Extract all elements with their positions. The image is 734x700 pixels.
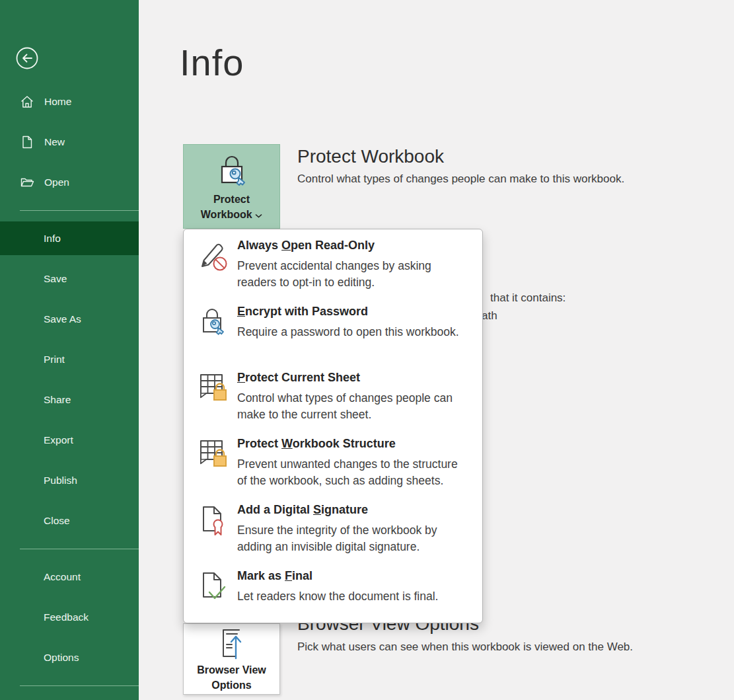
sidebar-item-open[interactable]: Open [0,168,139,197]
menu-item-title: Protect Current Sheet [237,371,360,385]
sidebar-item-save[interactable]: Save [0,262,139,295]
sidebar-item-label: Home [44,96,71,108]
document-up-arrow-icon [184,627,279,662]
document-ribbon-icon [198,504,229,537]
menu-item-mark-as-final[interactable]: Mark as Final Let readers know the docum… [197,568,474,631]
menu-item-description: Prevent unwanted changes to the structur… [237,456,467,489]
sidebar-item-close[interactable]: Close [0,504,139,537]
sheet-lock-icon [198,438,229,471]
menu-item-description: Require a password to open this workbook… [237,324,467,340]
back-button[interactable] [15,46,39,70]
sidebar-item-export[interactable]: Export [0,423,139,457]
inspect-workbook-text-fragment: ath [482,309,497,323]
protect-workbook-button-label: Protect Workbook [184,192,279,222]
pencil-prohibited-icon [198,240,229,273]
sidebar-item-label: Open [44,176,69,188]
menu-item-title: Protect Workbook Structure [237,437,396,451]
open-folder-icon [20,175,34,190]
chevron-down-icon [255,209,262,220]
menu-item-description: Ensure the integrity of the workbook by … [237,522,467,555]
lock-key-icon [184,153,279,192]
browser-view-options-button-label: Browser View Options [184,662,279,693]
menu-item-title: Mark as Final [237,569,312,583]
sidebar-item-share[interactable]: Share [0,383,139,416]
sidebar-item-options[interactable]: Options [0,641,139,674]
new-document-icon [20,135,34,149]
sidebar-item-info[interactable]: Info [0,221,139,255]
sidebar-item-save-as[interactable]: Save As [0,302,139,336]
menu-item-protect-current-sheet[interactable]: Protect Current Sheet Control what types… [197,369,474,433]
menu-item-title: Always Open Read-Only [237,239,375,253]
menu-item-encrypt-with-password[interactable]: Encrypt with Password Require a password… [197,303,474,367]
browser-view-options-description: Pick what users can see when this workbo… [297,641,633,654]
sidebar-item-account[interactable]: Account [0,560,139,594]
menu-item-title: Add a Digital Signature [237,503,368,517]
page-title: Info [180,41,244,84]
menu-item-add-digital-signature[interactable]: Add a Digital Signature Ensure the integ… [197,502,474,565]
sidebar-item-print[interactable]: Print [0,342,139,376]
document-check-icon [198,570,229,603]
inspect-workbook-text-fragment: that it contains: [490,292,566,305]
back-arrow-icon [15,61,39,72]
backstage-sidebar: Home New Open Info Save Save As [0,0,139,700]
sidebar-divider [20,210,139,211]
menu-item-description: Prevent accidental changes by asking rea… [237,258,467,291]
sidebar-item-label: New [44,136,65,148]
protect-workbook-dropdown-menu: Always Open Read-Only Prevent accidental… [183,229,483,623]
sidebar-item-publish[interactable]: Publish [0,463,139,497]
menu-item-description: Control what types of changes people can… [237,390,467,423]
sidebar-item-new[interactable]: New [0,128,139,157]
sidebar-divider [20,685,139,686]
protect-workbook-heading: Protect Workbook [297,146,444,167]
protect-workbook-button[interactable]: Protect Workbook [183,144,280,229]
protect-workbook-description: Control what types of changes people can… [297,173,624,186]
sidebar-item-home[interactable]: Home [0,87,139,116]
sidebar-divider [20,549,139,549]
menu-item-description: Let readers know the document is final. [237,588,467,605]
lock-key-icon [198,306,229,339]
menu-item-protect-workbook-structure[interactable]: Protect Workbook Structure Prevent unwan… [197,436,474,499]
browser-view-options-button[interactable]: Browser View Options [183,623,280,695]
excel-backstage-info-view: Home New Open Info Save Save As [0,0,734,700]
menu-item-always-open-read-only[interactable]: Always Open Read-Only Prevent accidental… [197,237,474,301]
menu-item-title: Encrypt with Password [237,305,368,319]
home-icon [20,95,34,109]
sheet-lock-icon [198,372,229,405]
sidebar-item-feedback[interactable]: Feedback [0,600,139,634]
